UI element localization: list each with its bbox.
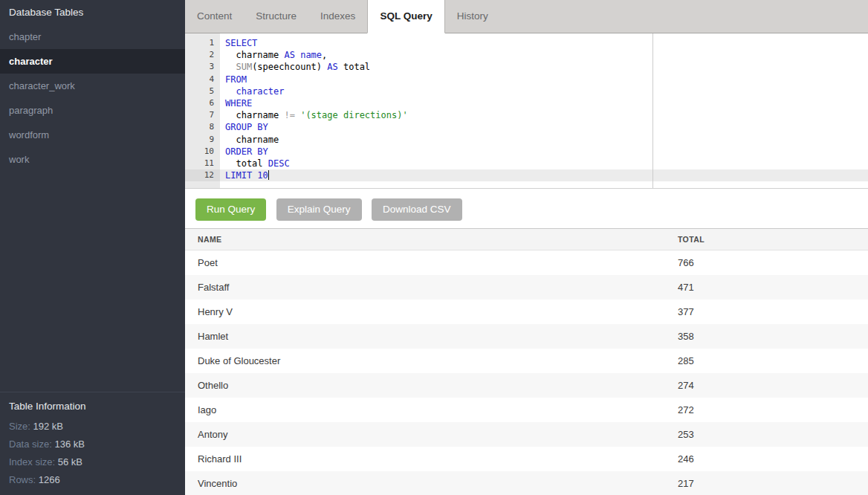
total-cell: 358	[678, 324, 868, 349]
code-line-text[interactable]: character	[220, 85, 868, 97]
sidebar: Database Tables chaptercharactercharacte…	[0, 0, 185, 495]
tab-indexes[interactable]: Indexes	[308, 0, 367, 33]
name-cell: Othello	[185, 373, 678, 398]
explain-query-button[interactable]: Explain Query	[276, 198, 362, 221]
code-line[interactable]: 2 charname AS name,	[185, 49, 868, 61]
code-line-text[interactable]: WHERE	[220, 97, 868, 109]
column-header-name: NAME	[185, 229, 678, 250]
tab-history[interactable]: History	[445, 0, 500, 33]
code-line-text[interactable]: charname	[220, 134, 868, 146]
code-line[interactable]: 3 SUM(speechcount) AS total	[185, 61, 868, 73]
sidebar-item-work[interactable]: work	[0, 147, 185, 172]
info-row-size: Size: 192 kB	[9, 418, 176, 436]
code-line-text[interactable]: FROM	[220, 74, 868, 85]
line-number: 8	[185, 121, 220, 133]
sidebar-item-character_work[interactable]: character_work	[0, 74, 185, 98]
total-cell: 285	[678, 349, 868, 373]
sql-token-id: charname	[225, 50, 284, 60]
name-cell: Hamlet	[185, 324, 678, 349]
total-cell: 471	[678, 275, 868, 300]
sql-token-id: total	[225, 158, 268, 169]
sql-editor[interactable]: 1SELECT2 charname AS name,3 SUM(speechco…	[185, 33, 868, 189]
sql-token-kw: SELECT	[225, 38, 257, 48]
code-line[interactable]: 8GROUP BY	[185, 121, 868, 133]
text-cursor	[268, 170, 269, 180]
sql-token-fn: SUM	[236, 62, 252, 72]
code-line[interactable]: 4FROM	[185, 74, 868, 85]
sql-token-id	[225, 62, 236, 72]
info-row-data-size: Data size: 136 kB	[9, 436, 176, 453]
code-line[interactable]: 12LIMIT 10	[185, 169, 868, 181]
line-number: 1	[185, 37, 220, 49]
tab-content[interactable]: Content	[185, 0, 244, 33]
name-cell: Duke of Gloucester	[185, 349, 678, 373]
code-line-text[interactable]: ORDER BY	[220, 146, 868, 158]
code-line[interactable]: 9 charname	[185, 134, 868, 146]
line-number: 7	[185, 109, 220, 121]
name-cell: Poet	[185, 250, 678, 275]
name-cell: Iago	[185, 398, 678, 422]
table-row: Vincentio217	[185, 471, 868, 495]
query-button-bar: Run Query Explain Query Download CSV	[185, 189, 868, 228]
sql-token-num: 10	[257, 170, 268, 181]
results-header-row: NAME TOTAL	[185, 229, 868, 250]
sidebar-item-wordform[interactable]: wordform	[0, 123, 185, 147]
table-row: Richard III246	[185, 447, 868, 471]
table-list: chaptercharactercharacter_workparagraphw…	[0, 25, 185, 172]
sidebar-item-character[interactable]: character	[0, 49, 185, 74]
main-panel: Content Structure Indexes SQL Query Hist…	[185, 0, 868, 495]
run-query-button[interactable]: Run Query	[195, 198, 266, 221]
line-number: 3	[185, 61, 220, 73]
code-line[interactable]: 11 total DESC	[185, 158, 868, 169]
total-cell: 766	[678, 250, 868, 275]
sql-token-id: charname	[225, 110, 284, 120]
sql-token-op: !=	[284, 110, 294, 120]
code-line[interactable]: 5 character	[185, 85, 868, 97]
code-line[interactable]: 10ORDER BY	[185, 146, 868, 158]
total-cell: 377	[678, 300, 868, 324]
table-information-panel: Table Information Size: 192 kB Data size…	[0, 392, 185, 495]
code-line-text[interactable]: total DESC	[220, 158, 868, 169]
sql-token-str: '(stage directions)'	[300, 110, 408, 120]
line-number: 6	[185, 97, 220, 109]
download-csv-button[interactable]: Download CSV	[372, 198, 462, 221]
code-line-text[interactable]: SUM(speechcount) AS total	[220, 61, 868, 73]
tab-bar: Content Structure Indexes SQL Query Hist…	[185, 0, 868, 33]
name-cell: Richard III	[185, 447, 678, 471]
tab-sql-query[interactable]: SQL Query	[367, 0, 444, 33]
code-line[interactable]: 7 charname != '(stage directions)'	[185, 109, 868, 121]
code-line[interactable]: 1SELECT	[185, 37, 868, 49]
sql-code-area[interactable]: 1SELECT2 charname AS name,3 SUM(speechco…	[185, 37, 868, 181]
app-window: Database Tables chaptercharactercharacte…	[0, 0, 868, 495]
table-row: Duke of Gloucester285	[185, 349, 868, 373]
code-line[interactable]: 6WHERE	[185, 97, 868, 109]
total-cell: 272	[678, 398, 868, 422]
total-cell: 246	[678, 447, 868, 471]
sql-token-id: total	[338, 62, 370, 72]
line-number: 9	[185, 134, 220, 146]
line-number: 5	[185, 85, 220, 97]
sql-token-id	[225, 86, 236, 97]
info-value: 1266	[39, 474, 60, 485]
tab-structure[interactable]: Structure	[244, 0, 308, 33]
sql-token-kw: AS	[327, 62, 337, 72]
line-number: 11	[185, 158, 220, 169]
line-number: 2	[185, 49, 220, 61]
sql-token-id: charname	[225, 135, 279, 145]
results-table: NAME TOTAL Poet766Falstaff471Henry V377H…	[185, 228, 868, 495]
sql-token-kw: GROUP BY	[225, 122, 268, 132]
sidebar-item-paragraph[interactable]: paragraph	[0, 98, 185, 123]
sql-token-kw: LIMIT	[225, 170, 257, 181]
sidebar-title: Database Tables	[0, 0, 185, 25]
total-cell: 274	[678, 373, 868, 398]
code-line-text[interactable]: LIMIT 10	[220, 169, 868, 181]
code-line-text[interactable]: SELECT	[220, 37, 868, 49]
sql-token-kw: name	[300, 50, 322, 60]
tab-bar-filler	[500, 0, 868, 33]
sidebar-item-chapter[interactable]: chapter	[0, 25, 185, 49]
code-line-text[interactable]: GROUP BY	[220, 121, 868, 133]
sql-token-kw: ORDER BY	[225, 146, 268, 157]
code-line-text[interactable]: charname AS name,	[220, 49, 868, 61]
code-line-text[interactable]: charname != '(stage directions)'	[220, 109, 868, 121]
table-row: Iago272	[185, 398, 868, 422]
